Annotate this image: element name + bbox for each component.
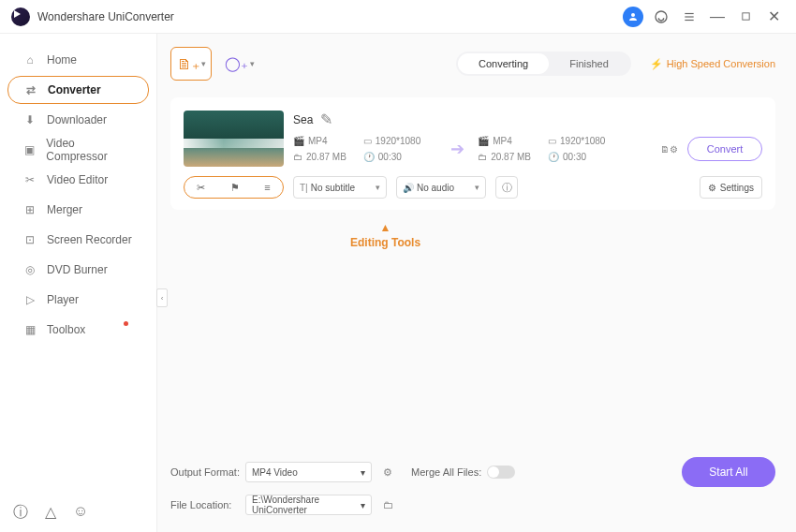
video-icon: 🎬	[478, 136, 489, 146]
collapse-sidebar-button[interactable]: ‹	[156, 288, 168, 307]
sidebar-item-converter[interactable]: ⇄Converter	[7, 76, 149, 104]
add-file-button[interactable]: 🗎₊▾	[170, 47, 212, 81]
add-url-icon: ◯₊	[225, 55, 248, 72]
sidebar: ⌂Home ⇄Converter ⬇Downloader ▣Video Comp…	[0, 34, 157, 532]
high-speed-toggle[interactable]: ⚡High Speed Conversion	[650, 58, 775, 70]
annotation-arrow-icon: ▲	[380, 221, 391, 234]
support-icon[interactable]	[650, 6, 672, 28]
video-thumbnail[interactable]	[184, 111, 284, 167]
file-location-select[interactable]: E:\Wondershare UniConverter▾	[245, 495, 372, 515]
file-name: Sea	[293, 113, 313, 126]
svg-rect-5	[742, 13, 748, 20]
output-format-label: Output Format:	[170, 466, 245, 478]
menu-icon[interactable]	[678, 6, 700, 28]
settings-button[interactable]: ⚙Settings	[700, 176, 762, 199]
effects-icon[interactable]: ≡	[264, 182, 270, 193]
bolt-icon: ⚡	[650, 58, 663, 70]
gear-icon: ⚙	[708, 183, 716, 193]
subtitle-value: No subtitle	[311, 183, 355, 193]
feedback-icon[interactable]: ☺	[73, 503, 88, 523]
src-dur: 00:30	[378, 152, 402, 162]
sidebar-item-label: Toolbox	[47, 323, 85, 336]
sidebar-item-label: DVD Burner	[47, 263, 108, 276]
status-tabs: Converting Finished	[456, 52, 631, 76]
subtitle-dropdown[interactable]: T|No subtitle▾	[293, 176, 387, 199]
user-icon[interactable]	[622, 6, 644, 28]
tab-finished[interactable]: Finished	[549, 53, 629, 74]
file-location-value: E:\Wondershare UniConverter	[252, 495, 361, 515]
audio-dropdown[interactable]: 🔊No audio▾	[396, 176, 486, 199]
dst-dur: 00:30	[563, 152, 586, 162]
file-card: Sea ✎ 🎬MP4 🗀20.87 MB ▭1920*1080 🕐00:30 ➔	[170, 97, 775, 210]
sidebar-item-home[interactable]: ⌂Home	[7, 46, 149, 74]
home-icon: ⌂	[21, 53, 39, 66]
resolution-icon: ▭	[548, 136, 556, 146]
sidebar-item-label: Home	[47, 53, 77, 66]
app-logo	[11, 7, 30, 26]
file-location-label: File Location:	[170, 499, 245, 510]
clock-icon: 🕐	[548, 152, 559, 162]
annotation: ▲ Editing Tools	[350, 221, 420, 249]
clock-icon: 🕐	[363, 152, 375, 162]
sidebar-item-downloader[interactable]: ⬇Downloader	[7, 106, 149, 134]
output-gear-icon[interactable]: ⚙	[383, 466, 392, 479]
app-title: Wondershare UniConverter	[37, 10, 174, 23]
output-settings-icon[interactable]: 🗎⚙	[660, 144, 678, 155]
start-all-button[interactable]: Start All	[682, 457, 775, 487]
scissors-icon: ✂	[21, 173, 39, 186]
convert-button[interactable]: Convert	[687, 137, 762, 161]
svg-point-0	[631, 13, 635, 17]
output-format-select[interactable]: MP4 Video▾	[245, 462, 372, 482]
sidebar-item-merger[interactable]: ⊞Merger	[7, 196, 149, 224]
content: ‹ 🗎₊▾ ◯₊▾ Converting Finished ⚡High Spee…	[157, 34, 796, 532]
disc-icon: ◎	[21, 263, 39, 276]
editing-tools: ✂ ⚑ ≡	[184, 176, 284, 199]
minimize-button[interactable]: —	[706, 6, 729, 28]
video-icon: 🎬	[293, 136, 304, 146]
notification-dot	[124, 321, 128, 326]
sidebar-item-compressor[interactable]: ▣Video Compressor	[7, 136, 149, 164]
rename-icon[interactable]: ✎	[320, 111, 332, 128]
converter-icon: ⇄	[22, 83, 40, 96]
resolution-icon: ▭	[363, 136, 372, 146]
tab-converting[interactable]: Converting	[458, 53, 549, 74]
sidebar-item-label: Merger	[47, 203, 82, 216]
arrow-icon: ➔	[450, 139, 464, 159]
high-speed-label: High Speed Conversion	[667, 58, 775, 69]
sidebar-item-recorder[interactable]: ⊡Screen Recorder	[7, 226, 149, 254]
sidebar-item-label: Player	[47, 293, 79, 306]
sidebar-item-editor[interactable]: ✂Video Editor	[7, 166, 149, 194]
dst-size: 20.87 MB	[491, 152, 531, 162]
titlebar: Wondershare UniConverter — ✕	[0, 0, 796, 34]
src-format: MP4	[308, 136, 328, 146]
folder-icon: 🗀	[293, 152, 302, 162]
sidebar-item-dvd[interactable]: ◎DVD Burner	[7, 256, 149, 284]
open-folder-icon[interactable]: 🗀	[383, 499, 393, 510]
add-url-button[interactable]: ◯₊▾	[225, 49, 255, 79]
merge-toggle[interactable]	[487, 466, 515, 479]
maximize-button[interactable]	[734, 6, 757, 28]
merge-label: Merge All Files:	[411, 466, 481, 478]
subtitle-icon: T|	[300, 183, 308, 193]
dst-res: 1920*1080	[560, 136, 605, 146]
crop-icon[interactable]: ⚑	[230, 182, 240, 194]
help-icon[interactable]: ⓘ	[13, 503, 28, 523]
sidebar-item-player[interactable]: ▷Player	[7, 286, 149, 314]
sidebar-item-label: Downloader	[47, 113, 107, 126]
sidebar-item-toolbox[interactable]: ▦Toolbox	[7, 316, 149, 344]
sidebar-item-label: Video Editor	[47, 173, 108, 186]
dst-format: MP4	[493, 136, 512, 146]
notifications-icon[interactable]: △	[45, 503, 56, 523]
output-format-value: MP4 Video	[252, 467, 298, 478]
trim-icon[interactable]: ✂	[197, 182, 205, 194]
info-button[interactable]: ⓘ	[495, 176, 518, 199]
close-button[interactable]: ✕	[762, 6, 785, 28]
sidebar-item-label: Screen Recorder	[47, 233, 132, 246]
sidebar-item-label: Video Compressor	[46, 137, 136, 163]
download-icon: ⬇	[21, 113, 39, 126]
src-size: 20.87 MB	[306, 152, 346, 162]
grid-icon: ▦	[21, 323, 39, 336]
audio-value: No audio	[417, 183, 454, 193]
add-file-icon: 🗎₊	[177, 55, 199, 73]
src-res: 1920*1080	[376, 136, 420, 146]
